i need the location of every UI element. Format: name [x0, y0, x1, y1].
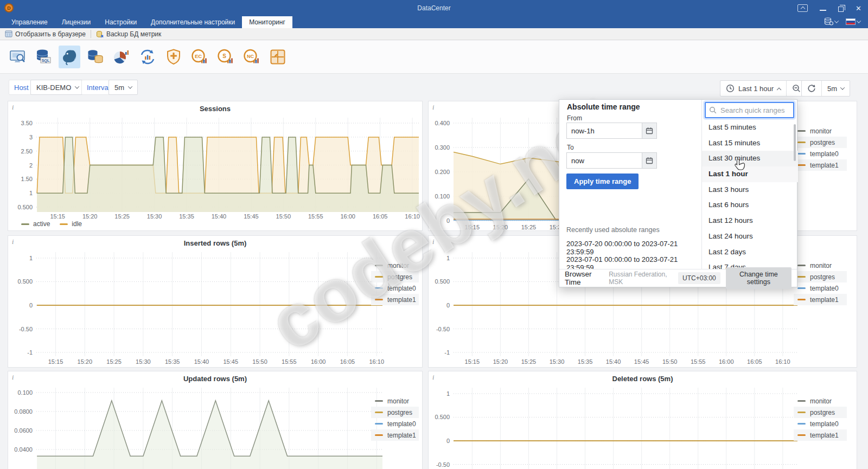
language-selector[interactable] — [846, 18, 860, 25]
chevron-up-icon — [777, 88, 781, 92]
svg-text:-0.50: -0.50 — [436, 326, 450, 332]
ribbon-ec-stats-button[interactable]: EC — [189, 46, 210, 68]
legend-item-template0[interactable]: template0 — [794, 418, 847, 429]
quick-range-item[interactable]: Last 6 hours — [702, 197, 798, 213]
legend-item-template1[interactable]: template1 — [794, 294, 847, 305]
legend-item-postgres[interactable]: postgres — [794, 271, 847, 282]
tab-monitoring[interactable]: Мониторинг — [242, 16, 292, 28]
show-in-browser-button[interactable]: Отобразить в браузере — [0, 28, 91, 40]
svg-text:SQL: SQL — [42, 59, 50, 63]
ribbon-postgresql-button[interactable] — [59, 46, 80, 68]
sessions-chart: 15:1515:2015:2515:3015:3515:4015:4515:50… — [8, 101, 422, 230]
svg-text:2: 2 — [29, 162, 33, 169]
refresh-button[interactable] — [802, 81, 821, 96]
scrollbar-thumb[interactable] — [794, 124, 796, 161]
ribbon-nc-stats-button[interactable]: NC — [241, 46, 263, 68]
legend-item-idle[interactable]: idle — [60, 220, 82, 228]
legend-item-template0[interactable]: template0 — [371, 418, 419, 429]
panel-legend: monitor postgres template0 template1 — [371, 395, 419, 441]
to-input[interactable] — [566, 152, 642, 169]
legend-item-monitor[interactable]: monitor — [794, 260, 847, 271]
quick-range-item[interactable]: Last 5 minutes — [702, 120, 798, 136]
minimize-button[interactable] — [820, 5, 826, 11]
refresh-interval-dropdown[interactable]: 5m — [822, 81, 850, 96]
legend-item-template0[interactable]: template0 — [794, 282, 847, 294]
search-quick-ranges-input[interactable] — [705, 102, 794, 118]
from-input[interactable] — [566, 123, 642, 139]
to-calendar-button[interactable] — [642, 152, 657, 169]
svg-text:1: 1 — [29, 190, 33, 196]
panel-info-icon[interactable]: i — [432, 238, 434, 246]
time-range-button[interactable]: Last 1 hour — [720, 81, 786, 96]
panel-deleted-rows: i Deleted rows (5m) 15:1515:2015:2515:30… — [428, 371, 857, 469]
quick-range-item[interactable]: Last 2 days — [702, 245, 798, 260]
tab-upravlenie[interactable]: Управление — [4, 16, 55, 28]
database-connection-button[interactable] — [824, 17, 838, 25]
legend-item-template0[interactable]: template0 — [371, 282, 419, 294]
ribbon-shield-plus-button[interactable] — [163, 46, 184, 68]
ribbon-sync-stats-button[interactable] — [137, 46, 158, 68]
tab-nastroyki[interactable]: Настройки — [98, 16, 144, 28]
database-backup-icon — [96, 30, 104, 38]
quick-range-item[interactable]: Last 24 hours — [702, 229, 798, 245]
change-time-settings-button[interactable]: Change time settings — [726, 267, 792, 289]
legend-color-monitor — [797, 130, 806, 132]
legend-item-postgres[interactable]: postgres — [794, 137, 847, 148]
svg-text:15:45: 15:45 — [244, 213, 259, 220]
ribbon-s-stats-button[interactable]: S — [215, 46, 237, 68]
icon-ribbon: SQL — [0, 41, 868, 74]
panel-legend: monitor postgres template0 template1 — [794, 125, 847, 171]
menu-bar: Управление Лицензии Настройки Дополнител… — [0, 16, 868, 28]
legend-item-monitor[interactable]: monitor — [371, 260, 419, 271]
quick-range-item[interactable]: Last 12 hours — [702, 213, 798, 229]
svg-text:15:25: 15:25 — [521, 358, 537, 365]
legend-item-postgres[interactable]: postgres — [794, 407, 847, 418]
svg-text:0: 0 — [446, 438, 450, 444]
from-calendar-button[interactable] — [642, 123, 657, 139]
pie-chart-icon — [112, 48, 131, 66]
legend-item-template1[interactable]: template1 — [371, 429, 419, 441]
restore-button[interactable] — [838, 5, 844, 12]
quick-range-item-selected[interactable]: Last 1 hour — [702, 166, 798, 182]
close-button[interactable]: ✕ — [856, 4, 861, 12]
dashboard-controls: Host KIB-DEMO Interval 5m Last 1 hour — [0, 74, 868, 101]
quick-range-item[interactable]: Last 15 minutes — [702, 136, 798, 151]
legend-item-template0[interactable]: template0 — [794, 148, 847, 159]
legend-item-postgres[interactable]: postgres — [371, 407, 419, 418]
legend-color-postgres — [375, 276, 383, 278]
interval-dropdown[interactable]: 5m — [108, 80, 138, 95]
legend-item-postgres[interactable]: postgres — [371, 271, 419, 282]
legend-item-template1[interactable]: template1 — [794, 429, 847, 441]
ribbon-database-export-button[interactable] — [85, 46, 106, 68]
svg-text:16:05: 16:05 — [373, 213, 388, 220]
backup-metrics-db-button[interactable]: Backup БД метрик — [91, 28, 166, 40]
svg-text:1.50: 1.50 — [21, 176, 33, 182]
panel-info-icon[interactable]: i — [432, 104, 434, 112]
host-dropdown[interactable]: KIB-DEMO — [30, 80, 85, 95]
tab-licenzii[interactable]: Лицензии — [55, 16, 98, 28]
quick-range-item[interactable]: Last 3 hours — [702, 182, 798, 198]
from-label: From — [567, 114, 582, 122]
recent-range-item[interactable]: 2023-07-20 00:00:00 to 2023-07-21 23:59:… — [566, 240, 701, 256]
svg-text:0.0600: 0.0600 — [14, 427, 33, 434]
ribbon-display-button[interactable] — [797, 4, 808, 12]
tab-dop-nastroyki[interactable]: Дополнительные настройки — [144, 16, 242, 28]
ribbon-monitor-search-button[interactable] — [7, 46, 28, 68]
quick-range-item-hovered[interactable]: Last 30 minutes — [702, 151, 798, 166]
legend-item-template1[interactable]: template1 — [371, 294, 419, 305]
svg-text:15:25: 15:25 — [114, 213, 130, 220]
svg-text:1: 1 — [29, 255, 33, 261]
svg-text:0.200: 0.200 — [435, 169, 450, 175]
legend-item-monitor[interactable]: monitor — [371, 395, 419, 407]
apply-time-range-button[interactable]: Apply time range — [566, 174, 639, 189]
legend-item-monitor[interactable]: monitor — [794, 395, 847, 407]
inserted-rows-chart: 15:1515:2015:2515:3015:3515:4015:4515:50… — [8, 236, 422, 367]
time-range-value: Last 1 hour — [738, 85, 774, 93]
legend-item-template1[interactable]: template1 — [794, 159, 847, 171]
ribbon-plugin-button[interactable] — [267, 46, 289, 68]
ribbon-pie-stats-button[interactable] — [111, 46, 132, 68]
legend-item-active[interactable]: active — [21, 220, 50, 228]
legend-item-monitor[interactable]: monitor — [794, 125, 847, 137]
legend-color-template0 — [797, 153, 806, 155]
ribbon-sql-database-button[interactable]: SQL — [33, 46, 54, 68]
